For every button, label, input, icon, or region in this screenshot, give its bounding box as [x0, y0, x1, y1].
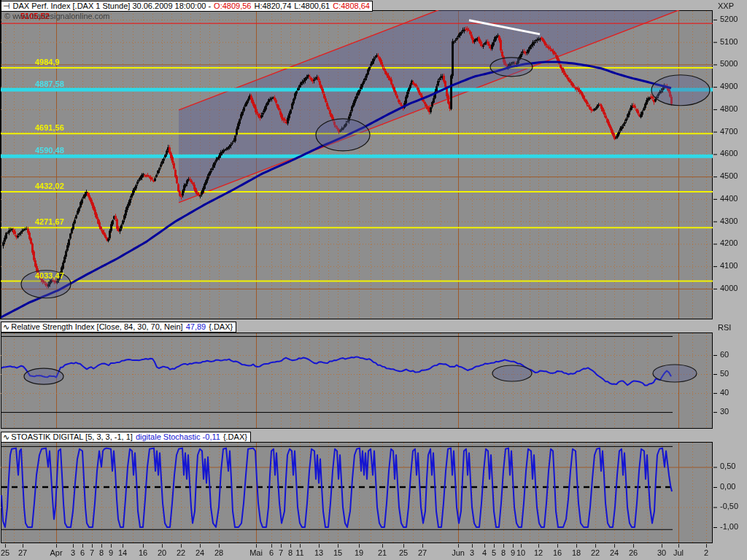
price-tick-label: 4300 — [720, 217, 738, 225]
date-tick-label: 27 — [418, 548, 427, 557]
chart-title: DAX Perf. Index [.DAX 1 Stunde] 30.06.20… — [13, 1, 212, 11]
date-tick-label: 27 — [18, 548, 27, 557]
date-tick-label: 19 — [355, 548, 363, 557]
month-tick-label: Apr — [50, 548, 62, 557]
date-tick-label: 8 — [501, 548, 506, 557]
month-tick-label: Jun — [452, 548, 465, 557]
price-tick-label: 4800 — [720, 104, 738, 113]
stoch-tick-label: 0,00 — [720, 482, 735, 491]
yellow-level-label: 4033,47 — [35, 271, 64, 280]
chart-icon: ⊣ — [3, 1, 10, 11]
yellow-level-label: 4691,56 — [35, 123, 64, 132]
rsi-symbol: {.DAX} — [209, 322, 233, 332]
date-tick-label: 25 — [1, 548, 9, 557]
stoch-header[interactable]: ∿ STOASTIK DIGITAL [5, 3, 3, -1, 1] digi… — [1, 432, 251, 443]
date-tick-label: 9 — [109, 548, 113, 557]
date-tick-label: 7 — [90, 548, 94, 557]
price-tick-label: 4700 — [720, 127, 738, 136]
rsi-tick-label: 60 — [720, 350, 729, 359]
rsi-value: 47,89 — [186, 322, 206, 332]
date-tick-label: 2 — [704, 548, 708, 557]
stoch-header-label: STOASTIK DIGITAL [5, 3, 3, -1, 1] — [11, 432, 133, 442]
price-tick-label: 5000 — [720, 59, 738, 68]
date-tick-label: 20 — [158, 548, 166, 557]
date-tick-label: 24 — [196, 548, 204, 557]
date-tick-label: 15 — [333, 548, 342, 557]
price-tick-label: 4200 — [720, 238, 738, 247]
price-tick-label: 4600 — [720, 149, 738, 158]
stoch-tick-label: 0,50 — [720, 462, 735, 470]
date-tick-label: 25 — [399, 548, 408, 557]
yellow-level-label: 4271,67 — [35, 217, 64, 226]
date-tick-label: 10 — [516, 548, 525, 557]
date-tick-label: 3 — [71, 548, 75, 557]
cyan-level-label: 4590,48 — [35, 146, 64, 155]
date-tick-label: 3 — [470, 548, 474, 557]
date-tick-label: 5 — [492, 548, 496, 557]
date-tick-label: 21 — [378, 548, 387, 557]
stoch-symbol: {.DAX} — [223, 432, 247, 442]
date-tick-label: 11 — [295, 548, 303, 557]
wave-icon: ∿ — [3, 322, 9, 332]
ohlc-low: L:4800,61 — [294, 1, 330, 11]
date-tick-label: 12 — [534, 548, 543, 557]
copyright-watermark: © www.tradesignalonline.com — [4, 12, 109, 20]
ohlc-close: C:4808,64 — [333, 1, 370, 11]
date-tick-label: 7 — [279, 548, 283, 557]
price-tick-label: 4500 — [720, 171, 738, 180]
price-tick-label: 4100 — [720, 261, 738, 270]
price-tick-label: 4400 — [720, 194, 738, 203]
date-tick-label: 14 — [118, 548, 127, 557]
stoch-tick-label: -1,00 — [720, 522, 738, 531]
date-tick-label: 18 — [572, 548, 581, 557]
date-tick-label: 16 — [139, 548, 147, 557]
date-tick-label: 22 — [177, 548, 185, 557]
date-tick-label: 8 — [99, 548, 104, 557]
ohlc-high: H:4820,74 — [254, 1, 291, 11]
rsi-header-label: Relative Strength Index [Close, 84, 30, … — [11, 322, 182, 332]
yellow-level-label: 4984,9 — [35, 58, 60, 66]
month-tick-label: Jul — [673, 548, 684, 557]
date-tick-label: 6 — [269, 548, 274, 557]
price-axis-title: XXP — [718, 1, 734, 10]
date-tick-label: 16 — [553, 548, 562, 557]
date-tick-label: 26 — [629, 548, 638, 557]
price-tick-label: 5200 — [720, 15, 738, 23]
cyan-level-label: 4887,58 — [35, 79, 64, 88]
chart-canvas[interactable] — [0, 0, 747, 560]
rsi-tick-label: 40 — [720, 388, 729, 397]
stoch-value: digitale Stochastic -0,11 — [136, 432, 220, 442]
date-tick-label: 24 — [610, 548, 619, 557]
date-tick-label: 9 — [511, 548, 515, 557]
price-tick-label: 4000 — [720, 284, 738, 292]
date-tick-label: 8 — [288, 548, 293, 557]
wave-icon: ∿ — [3, 432, 9, 442]
date-tick-label: 4 — [482, 548, 487, 557]
date-tick-label: 28 — [214, 548, 223, 557]
rsi-axis-title: RSI — [718, 323, 731, 332]
yellow-level-label: 4432,02 — [35, 182, 64, 190]
rsi-header[interactable]: ∿ Relative Strength Index [Close, 84, 30… — [1, 322, 236, 332]
date-tick-label: 22 — [591, 548, 600, 557]
rsi-tick-label: 30 — [720, 407, 729, 416]
price-tick-label: 5100 — [720, 37, 738, 46]
date-tick-label: 6 — [80, 548, 85, 557]
chart-window: { "window": { "title_icon": "⊣", "title"… — [0, 0, 747, 560]
chart-title-bar[interactable]: ⊣ DAX Perf. Index [.DAX 1 Stunde] 30.06.… — [1, 1, 373, 12]
price-tick-label: 4900 — [720, 82, 738, 90]
ohlc-open: O:4809,56 — [214, 1, 251, 11]
date-tick-label: 30 — [657, 548, 666, 557]
date-tick-label: 13 — [314, 548, 323, 557]
month-tick-label: Mai — [249, 548, 263, 557]
stoch-tick-label: -0,50 — [720, 502, 738, 510]
rsi-tick-label: 50 — [720, 369, 729, 378]
